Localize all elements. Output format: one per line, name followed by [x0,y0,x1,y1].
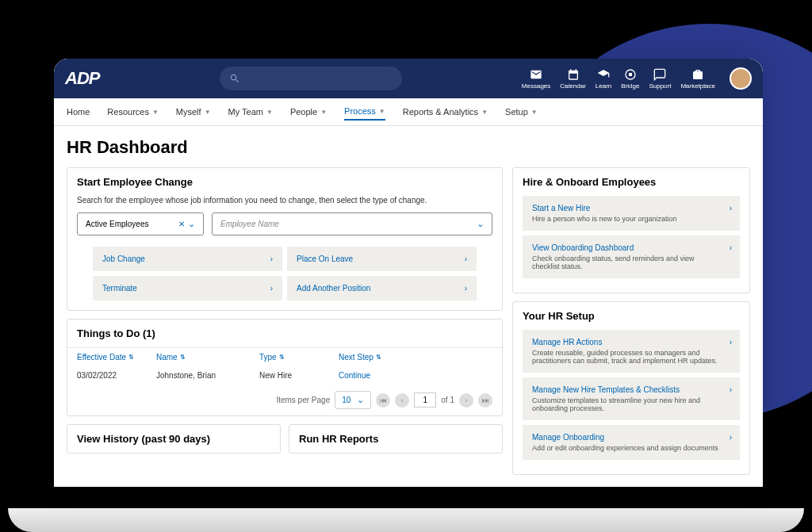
start-employee-change-card: Start Employee Change Search for the emp… [67,167,503,311]
topbar-learn[interactable]: Learn [596,68,611,90]
main-nav: Home Resources▼ Myself▼ My Team▼ People▼… [54,98,763,126]
caret-down-icon: ▼ [531,109,538,116]
chevron-right-icon: › [270,255,273,263]
hire-onboard-card: Hire & Onboard Employees Start a New Hir… [512,167,750,293]
chevron-down-icon: ⌄ [357,395,364,405]
job-change-button[interactable]: Job Change› [93,247,282,271]
chevron-right-icon: › [270,284,273,293]
table-row: 03/02/2022 Johnstone, Brian New Hire Con… [67,366,502,385]
caret-down-icon: ▼ [266,109,273,116]
chevron-right-icon: › [730,385,732,394]
col-name[interactable]: Name⇅ [156,353,259,362]
pagination: Items per Page 10⌄ ⏮ ‹ of 1 › ⏭ [67,385,502,415]
card-title: Your HR Setup [513,302,749,330]
grad-icon [597,68,610,81]
nav-home[interactable]: Home [67,106,90,117]
content-area: HR Dashboard Start Employee Change Searc… [54,126,763,486]
table-header: Effective Date⇅ Name⇅ Type⇅ Next Step⇅ [67,347,502,366]
view-onboarding-dashboard-link[interactable]: View Onboarding Dashboard Check onboardi… [523,235,740,278]
nav-reports[interactable]: Reports & Analytics▼ [403,106,488,117]
items-per-page-select[interactable]: 10⌄ [335,391,371,409]
col-next-step[interactable]: Next Step⇅ [339,353,381,362]
last-page-button[interactable]: ⏭ [478,393,492,408]
card-title: Hire & Onboard Employees [513,168,749,196]
manage-templates-link[interactable]: Manage New Hire Templates & Checklists C… [523,377,740,420]
col-type[interactable]: Type⇅ [259,353,339,362]
manage-onboarding-link[interactable]: Manage Onboarding Add or edit onboarding… [523,425,740,460]
topbar: ADP Messages Calendar Learn Bridge Suppo… [54,59,763,98]
prev-page-button[interactable]: ‹ [395,393,409,408]
cell-type: New Hire [259,371,339,380]
card-title: View History (past 90 days) [67,425,280,453]
mail-icon [530,68,542,81]
bridge-icon [624,68,637,81]
search-icon [229,73,240,84]
ipp-label: Items per Page [276,396,330,404]
chevron-right-icon: › [730,338,732,346]
nav-people[interactable]: People▼ [290,106,327,117]
chevron-right-icon: › [465,284,467,293]
chevron-right-icon: › [730,433,732,442]
nav-myteam[interactable]: My Team▼ [228,106,273,117]
card-title: Run HR Reports [289,425,502,453]
calendar-icon [567,68,580,81]
place-on-leave-button[interactable]: Place On Leave› [287,247,477,271]
page-input[interactable] [414,392,436,408]
add-position-button[interactable]: Add Another Position› [287,276,477,300]
link-desc: Check onboarding status, send reminders … [532,255,730,270]
app-screen: ADP Messages Calendar Learn Bridge Suppo… [54,59,763,487]
nav-process[interactable]: Process▼ [344,106,385,121]
link-desc: Create reusable, guided processes so man… [532,349,730,365]
first-page-button[interactable]: ⏮ [376,393,390,408]
topbar-marketplace[interactable]: Marketplace [680,68,715,90]
link-desc: Customize templates to streamline your n… [532,396,730,412]
terminate-button[interactable]: Terminate› [93,276,282,300]
manage-hr-actions-link[interactable]: Manage HR Actions Create reusable, guide… [523,330,740,373]
hr-setup-card: Your HR Setup Manage HR Actions Create r… [512,301,750,475]
view-history-card[interactable]: View History (past 90 days) [67,424,281,454]
cell-name: Johnstone, Brian [156,371,259,380]
run-reports-card[interactable]: Run HR Reports [289,424,503,454]
adp-logo: ADP [65,68,99,89]
search-input[interactable] [220,67,402,90]
link-desc: Hire a person who is new to your organiz… [532,215,730,223]
continue-link[interactable]: Continue [339,371,370,380]
next-page-button[interactable]: › [459,393,473,408]
user-avatar[interactable] [730,67,752,90]
things-to-do-card: Things to Do (1) Effective Date⇅ Name⇅ T… [67,319,503,416]
caret-down-icon: ▼ [379,108,385,115]
laptop-base [8,508,804,532]
topbar-support[interactable]: Support [649,68,671,90]
topbar-messages[interactable]: Messages [522,68,550,90]
nav-myself[interactable]: Myself▼ [176,106,211,117]
chevron-down-icon: ⌄ [188,219,195,228]
nav-resources[interactable]: Resources▼ [107,106,159,117]
help-text: Search for the employee whose job inform… [77,196,492,205]
sort-icon: ⇅ [279,354,285,361]
caret-down-icon: ▼ [481,109,488,116]
card-title: Start Employee Change [67,168,502,196]
topbar-bridge[interactable]: Bridge [621,68,639,90]
clear-icon[interactable]: ✕ [178,220,185,228]
cell-date: 03/02/2022 [77,371,156,380]
employee-name-select[interactable]: Employee Name ⌄ [212,212,492,235]
page-total: of 1 [441,396,454,404]
sort-icon: ⇅ [376,354,381,361]
chevron-right-icon: › [730,243,732,252]
chevron-down-icon: ⌄ [477,219,484,229]
topbar-calendar[interactable]: Calendar [560,68,585,90]
chevron-right-icon: › [730,204,732,212]
chevron-right-icon: › [465,255,467,263]
col-effective-date[interactable]: Effective Date⇅ [77,353,156,362]
employee-filter-select[interactable]: Active Employees ✕⌄ [77,212,204,235]
nav-setup[interactable]: Setup▼ [505,106,538,117]
caret-down-icon: ▼ [205,109,211,116]
sort-icon: ⇅ [180,354,186,361]
link-desc: Add or edit onboarding experiences and a… [532,444,730,452]
start-new-hire-link[interactable]: Start a New Hire Hire a person who is ne… [523,196,740,231]
bag-icon [691,68,704,81]
caret-down-icon: ▼ [320,109,327,116]
sort-icon: ⇅ [128,354,134,361]
page-title: HR Dashboard [67,137,750,158]
chat-icon [653,68,666,81]
